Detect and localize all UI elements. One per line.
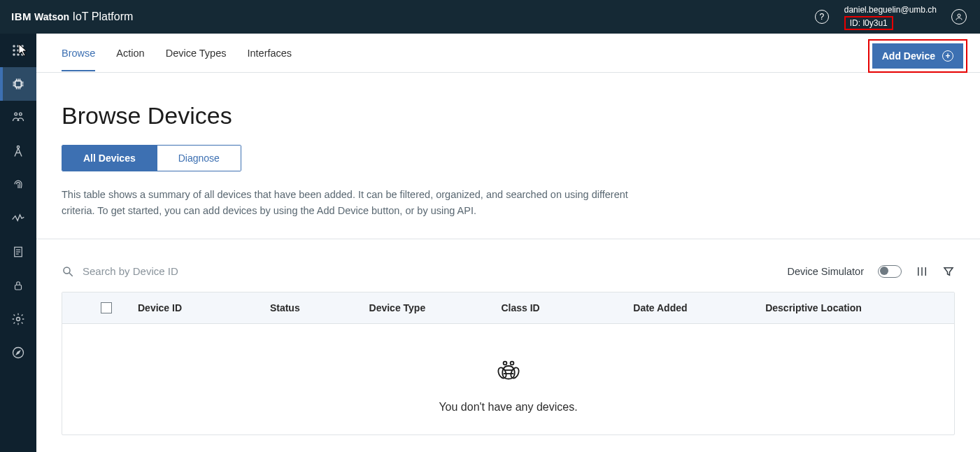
page-description: This table shows a summary of all device… [62, 187, 635, 239]
col-device-type[interactable]: Device Type [369, 302, 502, 313]
help-button[interactable]: ? [812, 7, 832, 27]
sidebar-item-devices[interactable] [0, 67, 36, 101]
add-device-label: Add Device [882, 50, 935, 62]
svg-point-0 [958, 14, 960, 17]
svg-point-37 [64, 267, 70, 274]
activity-icon [11, 211, 25, 225]
select-all-checkbox[interactable] [101, 302, 112, 313]
tab-browse[interactable]: Browse [62, 35, 95, 71]
segment-diagnose[interactable]: Diagnose [157, 146, 241, 171]
compass-icon [11, 144, 25, 158]
segment-control: All Devices Diagnose [62, 145, 241, 171]
device-simulator-label: Device Simulator [787, 266, 864, 277]
table-empty-state: You don't have any devices. [62, 324, 954, 435]
lock-icon [12, 279, 24, 292]
svg-point-3 [21, 45, 24, 48]
main-area: Browse Action Device Types Interfaces Ad… [36, 34, 980, 452]
col-status[interactable]: Status [270, 302, 369, 313]
search-input[interactable] [81, 264, 291, 278]
svg-point-23 [15, 113, 17, 115]
add-device-button[interactable]: Add Device + [872, 43, 963, 69]
svg-point-5 [17, 49, 20, 52]
col-date-added[interactable]: Date Added [633, 302, 765, 313]
svg-point-34 [17, 318, 20, 321]
svg-point-24 [20, 113, 22, 115]
brand-ibm: IBM [11, 10, 31, 22]
tab-action[interactable]: Action [116, 35, 144, 71]
filter-button[interactable] [942, 265, 955, 278]
grid-icon [12, 44, 24, 57]
top-bar: IBM Watson IoT Platform ? daniel.begueli… [0, 0, 980, 34]
org-id-badge: ID: l0y3u1 [844, 16, 893, 30]
profile-button[interactable] [949, 7, 969, 27]
sidebar-item-drafting[interactable] [0, 134, 36, 168]
content: Browse Devices All Devices Diagnose This… [36, 73, 980, 435]
segment-all-devices[interactable]: All Devices [62, 146, 157, 171]
sidebar-item-apps[interactable] [0, 34, 36, 67]
svg-point-2 [17, 45, 20, 48]
sidebar-item-fingerprint[interactable] [0, 168, 36, 202]
device-simulator-toggle[interactable] [878, 265, 902, 278]
brand-rest: IoT Platform [69, 10, 133, 22]
tabs-row: Browse Action Device Types Interfaces Ad… [36, 34, 980, 73]
document-icon [12, 246, 24, 258]
svg-point-6 [21, 49, 24, 52]
sidebar-item-extensions[interactable] [0, 336, 36, 369]
fingerprint-icon [11, 178, 25, 192]
bee-icon [495, 358, 523, 386]
col-device-id[interactable]: Device ID [138, 302, 270, 313]
tab-device-types[interactable]: Device Types [166, 35, 227, 71]
sidebar-item-logs[interactable] [0, 235, 36, 269]
svg-point-7 [13, 53, 15, 56]
svg-point-42 [503, 362, 506, 365]
devices-table: Device ID Status Device Type Class ID Da… [62, 292, 955, 435]
add-device-highlight: Add Device + [868, 39, 967, 73]
svg-point-1 [13, 45, 15, 48]
svg-point-25 [17, 146, 19, 148]
table-toolbar: Device Simulator [62, 239, 955, 292]
left-sidebar [0, 34, 36, 452]
toolbar-right: Device Simulator [787, 265, 955, 278]
chip-icon [11, 77, 25, 91]
page-title: Browse Devices [62, 102, 955, 129]
svg-line-38 [69, 273, 73, 276]
svg-point-9 [21, 53, 24, 56]
sidebar-item-usage[interactable] [0, 202, 36, 235]
brand-watson: Watson [34, 11, 69, 22]
sidebar-item-security[interactable] [0, 269, 36, 302]
svg-rect-33 [15, 285, 22, 290]
plus-circle-icon: + [942, 50, 953, 62]
svg-point-8 [17, 53, 20, 56]
sidebar-item-settings[interactable] [0, 302, 36, 336]
sidebar-item-members[interactable] [0, 101, 36, 134]
user-email: daniel.beguelin@umb.ch [844, 5, 937, 15]
avatar-icon [951, 9, 967, 24]
filter-icon [942, 265, 955, 278]
topbar-right: ? daniel.beguelin@umb.ch ID: l0y3u1 [812, 3, 969, 31]
search-wrap [62, 264, 777, 278]
svg-line-27 [18, 148, 22, 157]
tab-interfaces[interactable]: Interfaces [247, 35, 292, 71]
compass-nav-icon [11, 346, 25, 360]
members-icon [11, 111, 25, 125]
columns-icon [916, 265, 928, 278]
gear-icon [11, 312, 25, 326]
empty-message: You don't have any devices. [439, 401, 577, 414]
help-icon: ? [815, 10, 829, 24]
search-icon [62, 265, 74, 278]
svg-rect-10 [15, 81, 21, 87]
col-class-id[interactable]: Class ID [501, 302, 633, 313]
brand: IBM Watson IoT Platform [11, 10, 133, 23]
svg-point-4 [13, 49, 15, 52]
svg-marker-36 [17, 351, 20, 355]
svg-line-26 [15, 148, 18, 157]
table-header: Device ID Status Device Type Class ID Da… [62, 292, 954, 324]
svg-point-43 [510, 362, 513, 365]
columns-button[interactable] [916, 265, 928, 278]
col-descriptive-location[interactable]: Descriptive Location [765, 302, 942, 313]
user-block[interactable]: daniel.beguelin@umb.ch ID: l0y3u1 [844, 3, 937, 31]
